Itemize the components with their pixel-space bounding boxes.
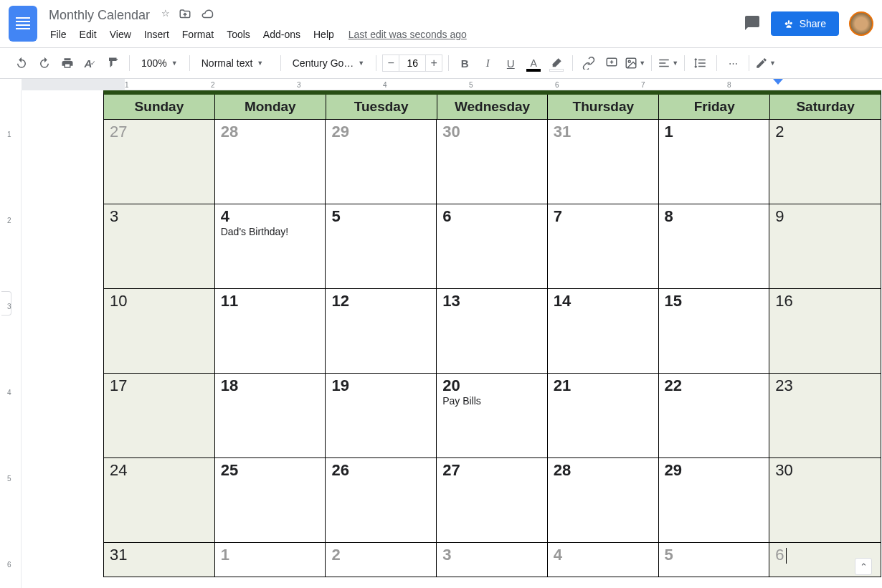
font-size-control[interactable]: − +: [382, 54, 442, 72]
bold-button[interactable]: B: [455, 53, 475, 73]
print-button[interactable]: [57, 53, 77, 73]
day-header: Tuesday: [326, 95, 437, 119]
calendar-cell[interactable]: 30: [769, 457, 881, 542]
calendar-cell[interactable]: 5: [326, 204, 437, 288]
account-avatar[interactable]: [849, 11, 873, 36]
day-header: Saturday: [770, 95, 881, 119]
day-header: Sunday: [104, 95, 215, 119]
calendar-cell[interactable]: 29: [659, 457, 770, 542]
undo-button[interactable]: [11, 53, 32, 73]
calendar-cell[interactable]: 28: [548, 457, 659, 542]
calendar-event[interactable]: Pay Bills: [442, 395, 541, 407]
line-spacing-button[interactable]: [691, 53, 711, 73]
font-select[interactable]: Century Go…▼: [287, 53, 371, 73]
calendar-cell[interactable]: 12: [326, 288, 437, 373]
menu-view[interactable]: View: [104, 26, 137, 43]
calendar-cell[interactable]: 31: [104, 542, 215, 577]
menu-file[interactable]: File: [44, 26, 72, 43]
text-color-button[interactable]: A: [523, 53, 544, 73]
move-icon[interactable]: [179, 8, 191, 23]
calendar-cell[interactable]: 4: [548, 542, 659, 577]
menu-edit[interactable]: Edit: [74, 26, 103, 43]
italic-button[interactable]: I: [478, 53, 498, 73]
underline-button[interactable]: U: [501, 53, 521, 73]
calendar-cell[interactable]: 17: [104, 373, 215, 457]
highlight-color-button[interactable]: [546, 53, 566, 73]
calendar-cell[interactable]: 15: [659, 288, 770, 373]
calendar-cell[interactable]: 27: [437, 457, 548, 542]
comments-icon[interactable]: [744, 14, 761, 34]
align-button[interactable]: ▼: [658, 53, 678, 73]
calendar-cell[interactable]: 26: [326, 457, 437, 542]
document-page[interactable]: SundayMondayTuesdayWednesdayThursdayFrid…: [22, 90, 882, 588]
more-button[interactable]: ⋯: [723, 53, 743, 73]
svg-point-3: [629, 60, 631, 62]
calendar-cell[interactable]: 30: [437, 119, 548, 204]
calendar-cell[interactable]: 9: [769, 204, 881, 288]
calendar-header-row: SundayMondayTuesdayWednesdayThursdayFrid…: [104, 95, 881, 119]
day-header: Monday: [215, 95, 326, 119]
spellcheck-button[interactable]: A✓: [80, 53, 100, 73]
calendar-cell[interactable]: 3: [104, 204, 215, 288]
calendar-cell[interactable]: 1: [659, 119, 770, 204]
calendar-cell[interactable]: 22: [659, 373, 770, 457]
add-comment-button[interactable]: [602, 53, 622, 73]
editing-mode-button[interactable]: ▼: [755, 53, 776, 73]
last-edit-link[interactable]: Last edit was seconds ago: [348, 29, 467, 40]
calendar-cell[interactable]: 27: [104, 119, 215, 204]
font-size-input[interactable]: [399, 54, 425, 72]
cloud-status-icon[interactable]: [200, 8, 214, 23]
paragraph-style-select[interactable]: Normal text▼: [196, 53, 275, 73]
calendar-cell[interactable]: 7: [548, 204, 659, 288]
calendar-cell[interactable]: 16: [769, 288, 881, 373]
horizontal-ruler[interactable]: 12345678: [22, 79, 882, 90]
calendar-cell[interactable]: 24: [104, 457, 215, 542]
day-header: Thursday: [548, 95, 659, 119]
calendar-cell[interactable]: 28: [215, 119, 326, 204]
calendar-cell[interactable]: 4Dad's Birthday!: [215, 204, 326, 288]
zoom-select[interactable]: 100%▼: [136, 53, 184, 73]
calendar-cell[interactable]: 5: [659, 542, 770, 577]
indent-marker-icon[interactable]: [773, 79, 783, 89]
insert-image-button[interactable]: ▼: [625, 53, 645, 73]
calendar-cell[interactable]: 23: [769, 373, 881, 457]
calendar-cell[interactable]: 1: [215, 542, 326, 577]
calendar-cell[interactable]: 2: [326, 542, 437, 577]
day-header: Friday: [659, 95, 770, 119]
calendar-cell[interactable]: 2: [769, 119, 881, 204]
calendar-cell[interactable]: 19: [326, 373, 437, 457]
insert-link-button[interactable]: [579, 53, 599, 73]
document-title[interactable]: Monthly Calendar: [44, 6, 154, 24]
menu-add-ons[interactable]: Add-ons: [257, 26, 306, 43]
calendar-cell[interactable]: 20Pay Bills: [437, 373, 548, 457]
font-size-increase[interactable]: +: [425, 54, 442, 72]
share-label: Share: [800, 18, 826, 29]
explore-button[interactable]: ⌃: [855, 558, 872, 575]
star-icon[interactable]: ☆: [161, 8, 170, 23]
calendar-cell[interactable]: 18: [215, 373, 326, 457]
calendar-cell[interactable]: 29: [326, 119, 437, 204]
calendar-cell[interactable]: 21: [548, 373, 659, 457]
calendar-body[interactable]: 27282930311234Dad's Birthday!56789101112…: [104, 119, 881, 577]
menu-format[interactable]: Format: [176, 26, 219, 43]
calendar-cell[interactable]: 31: [548, 119, 659, 204]
calendar-table[interactable]: SundayMondayTuesdayWednesdayThursdayFrid…: [103, 90, 881, 577]
calendar-event[interactable]: Dad's Birthday!: [221, 226, 320, 237]
calendar-cell[interactable]: 10: [104, 288, 215, 373]
share-button[interactable]: Share: [771, 11, 839, 36]
calendar-cell[interactable]: 13: [437, 288, 548, 373]
calendar-cell[interactable]: 6: [437, 204, 548, 288]
menu-insert[interactable]: Insert: [138, 26, 175, 43]
vertical-ruler[interactable]: 123456: [0, 90, 22, 588]
calendar-cell[interactable]: 14: [548, 288, 659, 373]
menu-tools[interactable]: Tools: [221, 26, 256, 43]
paint-format-button[interactable]: [103, 53, 123, 73]
calendar-cell[interactable]: 3: [437, 542, 548, 577]
menu-help[interactable]: Help: [308, 26, 340, 43]
calendar-cell[interactable]: 25: [215, 457, 326, 542]
docs-app-icon[interactable]: [9, 6, 37, 42]
calendar-cell[interactable]: 11: [215, 288, 326, 373]
font-size-decrease[interactable]: −: [382, 54, 399, 72]
calendar-cell[interactable]: 8: [659, 204, 770, 288]
redo-button[interactable]: [34, 53, 54, 73]
